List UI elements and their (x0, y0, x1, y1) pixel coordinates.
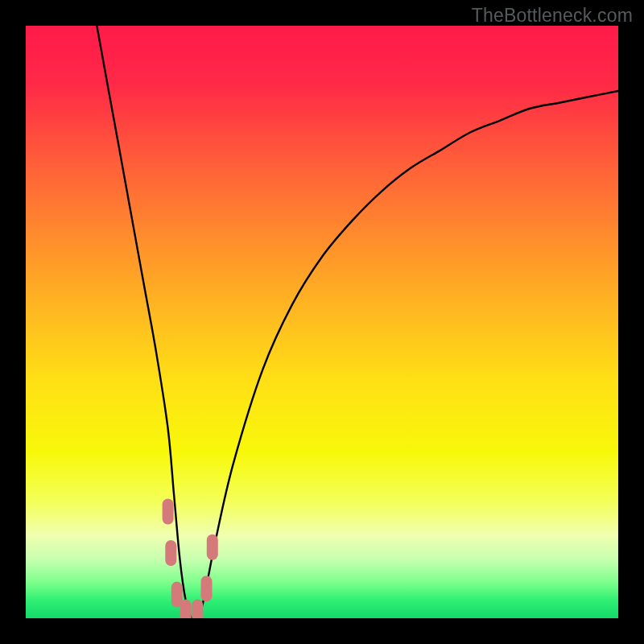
chart-frame: TheBottleneck.com (0, 0, 644, 644)
watermark-text: TheBottleneck.com (472, 5, 633, 27)
curve-marker (207, 535, 218, 560)
curve-marker (201, 576, 213, 601)
curve-marker (180, 600, 192, 618)
curve-marker (165, 540, 176, 566)
curve-marker (192, 600, 203, 618)
plot-area (26, 26, 618, 618)
curve-marker (163, 499, 174, 525)
bottleneck-curve (26, 26, 618, 618)
